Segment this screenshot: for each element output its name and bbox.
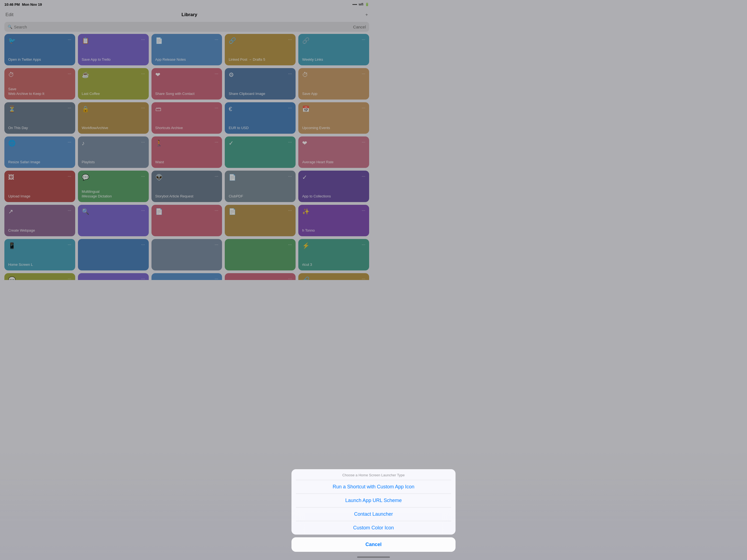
overlay bbox=[0, 0, 374, 280]
